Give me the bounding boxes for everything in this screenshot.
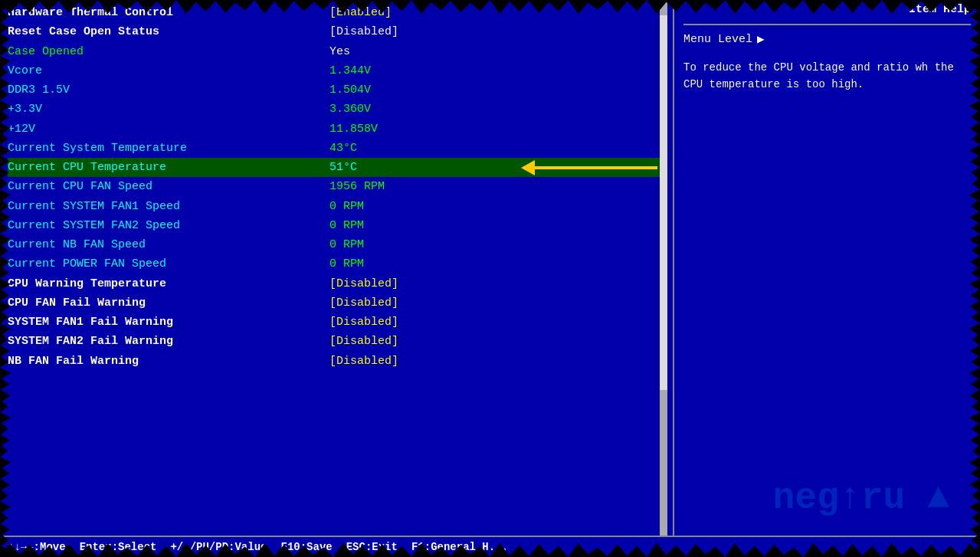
- row-value: [Disabled]: [329, 352, 398, 370]
- row-label: Case Opened: [8, 43, 329, 61]
- row-label: CPU Warning Temperature: [8, 275, 329, 293]
- row-label: Reset Case Open Status: [8, 23, 329, 41]
- row-value: [Disabled]: [329, 313, 398, 331]
- row-label: Current POWER FAN Speed: [8, 255, 329, 273]
- right-panel: Item Help Menu Level ▶ To reduce the CPU…: [674, 0, 980, 536]
- table-row: DDR3 1.5V 1.504V: [8, 80, 665, 100]
- row-value: Yes: [329, 43, 350, 61]
- bottom-exit: ESC:Exit: [346, 541, 398, 553]
- row-label: Current System Temperature: [8, 139, 329, 157]
- scrollbar[interactable]: [657, 0, 670, 536]
- table-row: +3.3V 3.360V: [8, 100, 665, 119]
- table-row: CPU FAN Fail Warning [Disabled]: [8, 293, 665, 313]
- table-row: Reset Case Open Status [Disabled]: [8, 22, 665, 41]
- watermark: neg↑ru ▲: [773, 477, 949, 519]
- table-row: Current SYSTEM FAN2 Speed 0 RPM: [8, 216, 665, 235]
- table-row: Current POWER FAN Speed 0 RPM: [8, 254, 665, 274]
- top-area: Hardware Thermal Control [Enabled] Reset…: [0, 0, 980, 536]
- row-value: 1.504V: [329, 81, 371, 99]
- row-label: SYSTEM FAN1 Fail Warning: [8, 313, 329, 331]
- row-value: 51°C: [329, 159, 357, 176]
- row-label: +3.3V: [8, 100, 329, 118]
- row-value: [Disabled]: [329, 294, 398, 312]
- row-value: 3.360V: [329, 100, 371, 118]
- row-label: Current CPU FAN Speed: [8, 178, 329, 195]
- row-value: 1956 RPM: [329, 178, 385, 195]
- menu-level-row: Menu Level ▶: [683, 31, 971, 47]
- table-row: Case Opened Yes: [8, 42, 665, 61]
- row-label: CPU FAN Fail Warning: [8, 294, 329, 312]
- row-label: DDR3 1.5V: [8, 81, 329, 99]
- scrollbar-track: [660, 0, 667, 536]
- row-value: 0 RPM: [329, 255, 364, 273]
- table-row: Current System Temperature 43°C: [8, 139, 665, 158]
- row-label: Current SYSTEM FAN1 Speed: [8, 198, 329, 215]
- table-row: Current SYSTEM FAN1 Speed 0 RPM: [8, 197, 665, 216]
- current-cpu-temp-row: Current CPU Temperature 51°C: [8, 158, 665, 177]
- table-row: +12V 11.858V: [8, 120, 665, 139]
- row-value: [Disabled]: [329, 333, 398, 350]
- row-label: Current SYSTEM FAN2 Speed: [8, 217, 329, 234]
- row-label: Current NB FAN Speed: [8, 236, 329, 254]
- scrollbar-thumb[interactable]: [660, 15, 667, 390]
- help-text: To reduce the CPU voltage and ratio wh t…: [683, 59, 971, 93]
- table-row: SYSTEM FAN2 Fail Warning [Disabled]: [8, 332, 665, 351]
- row-label: NB FAN Fail Warning: [8, 352, 329, 370]
- row-value: 1.344V: [329, 62, 371, 80]
- row-label: +12V: [8, 120, 329, 138]
- table-row: Current CPU FAN Speed 1956 RPM: [8, 177, 665, 196]
- menu-level-label: Menu Level: [683, 33, 752, 46]
- row-value: 43°C: [329, 139, 357, 157]
- row-value: 11.858V: [329, 120, 378, 138]
- row-value: 0 RPM: [329, 236, 364, 254]
- table-row: SYSTEM FAN1 Fail Warning [Disabled]: [8, 313, 665, 332]
- table-row: Current NB FAN Speed 0 RPM: [8, 235, 665, 254]
- cpu-temp-arrow: [535, 166, 657, 169]
- row-value: 0 RPM: [329, 198, 364, 215]
- table-row: Vcore 1.344V: [8, 61, 665, 80]
- row-label: SYSTEM FAN2 Fail Warning: [8, 333, 329, 350]
- row-value: [Disabled]: [329, 23, 398, 41]
- main-content: Hardware Thermal Control [Enabled] Reset…: [0, 0, 980, 557]
- bios-screen: Hardware Thermal Control [Enabled] Reset…: [0, 0, 980, 557]
- row-label: Current CPU Temperature: [8, 159, 329, 176]
- row-value: [Disabled]: [329, 275, 398, 293]
- left-panel: Hardware Thermal Control [Enabled] Reset…: [0, 0, 674, 536]
- menu-level-arrow-icon: ▶: [757, 31, 765, 47]
- table-row: NB FAN Fail Warning [Disabled]: [8, 352, 665, 371]
- row-value: 0 RPM: [329, 217, 364, 234]
- row-label: Vcore: [8, 62, 329, 80]
- table-row: CPU Warning Temperature [Disabled]: [8, 274, 665, 293]
